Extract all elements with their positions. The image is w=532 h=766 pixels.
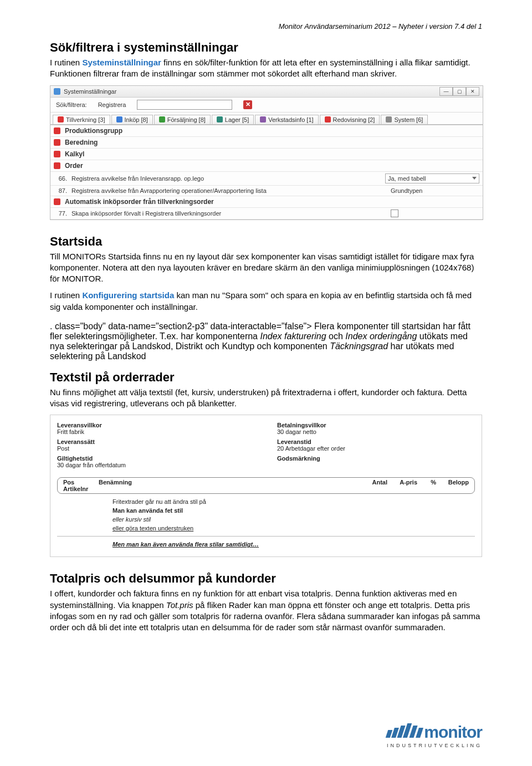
window-titlebar: Systeminställningar — ▢ ✕ bbox=[50, 86, 483, 98]
window-title: Systeminställningar bbox=[64, 88, 116, 95]
section2-title: Startsida bbox=[50, 234, 482, 249]
lbl-godsmarkning: Godsmärkning bbox=[277, 455, 475, 462]
group-beredning[interactable]: Beredning bbox=[50, 137, 483, 149]
link-systeminstallningar: Systeminställningar bbox=[82, 58, 161, 67]
group-produktionsgrupp[interactable]: Produktionsgrupp bbox=[50, 125, 483, 137]
toolbar-label-search: Sök/filtrera: bbox=[56, 101, 87, 108]
tabs-container: Tillverkning [3] Inköp [8] Försäljning [… bbox=[50, 113, 483, 125]
link-konfigurering-startsida: Konfigurering startsida bbox=[82, 290, 174, 300]
tab-redovisning[interactable]: Redovisning [2] bbox=[320, 115, 380, 124]
section3-title: Textstil på orderrader bbox=[50, 370, 482, 385]
setting-66-select[interactable]: Ja, med tabell bbox=[385, 173, 479, 183]
tab-verkstadsinfo[interactable]: Verkstadsinfo [1] bbox=[255, 115, 318, 124]
setting-row-77: 77. Skapa inköpsorder förvalt i Registre… bbox=[50, 208, 483, 219]
maximize-button[interactable]: ▢ bbox=[453, 87, 466, 96]
search-input[interactable] bbox=[137, 100, 232, 110]
textstyle-row-combined: Men man kan även använda flera stilar sa… bbox=[57, 540, 475, 549]
logo-stripes-icon bbox=[387, 723, 422, 738]
minimize-button[interactable]: — bbox=[439, 87, 453, 96]
setting-row-66: 66. Registrera avvikelse från Inleverans… bbox=[50, 172, 483, 186]
section2-p1: Till MONITORs Startsida finns nu en ny l… bbox=[50, 251, 482, 285]
val-leveranssatt: Post bbox=[57, 445, 255, 452]
chevron-down-icon bbox=[472, 177, 477, 180]
val-leveranstid: 20 Arbetdagar efter order bbox=[277, 445, 475, 452]
val-betalningsvillkor: 30 dagar netto bbox=[277, 428, 475, 435]
tab-forsaljning[interactable]: Försäljning [8] bbox=[154, 115, 211, 124]
textstyle-row-underline: eller göra texten understruken bbox=[57, 524, 475, 533]
clear-search-icon[interactable]: ✕ bbox=[243, 100, 252, 109]
section4-para: I offert, kundorder och faktura finns en… bbox=[50, 588, 482, 633]
section4-title: Totalpris och delsummor på kundorder bbox=[50, 571, 482, 586]
setting-row-87: 87. Registrera avvikelse från Avrapporte… bbox=[50, 186, 483, 196]
group-autoinkop[interactable]: Automatisk inköpsorder från tillverkning… bbox=[50, 196, 483, 208]
tab-system[interactable]: System [6] bbox=[381, 115, 428, 124]
val-giltighetstid: 30 dagar från offertdatum bbox=[57, 462, 255, 468]
lbl-giltighetstid: Giltighetstid bbox=[57, 455, 255, 462]
footer-logo: monitor INDUSTRIUTVECKLING bbox=[387, 723, 482, 748]
tab-lager[interactable]: Lager [5] bbox=[212, 115, 254, 124]
window-icon bbox=[54, 88, 60, 95]
tab-inkop[interactable]: Inköp [8] bbox=[111, 115, 153, 124]
section2-p2: I rutinen Konfigurering startsida kan ma… bbox=[50, 290, 482, 313]
textstyle-row-italic: eller kursiv stil bbox=[57, 515, 475, 524]
table-header: Pos Artikelnr Benämning Antal A-pris % B… bbox=[57, 477, 475, 494]
group-kalkyl[interactable]: Kalkyl bbox=[50, 149, 483, 160]
textstyle-row-bold: Man kan använda fet stil bbox=[57, 506, 475, 515]
group-order[interactable]: Order bbox=[50, 160, 483, 172]
tab-tillverkning[interactable]: Tillverkning [3] bbox=[53, 115, 110, 124]
screenshot-order-textstyles: Leveransvillkor Fritt fabrik Leveranssät… bbox=[50, 415, 482, 557]
close-button[interactable]: ✕ bbox=[466, 87, 479, 96]
setting-87-value: Grundtypen bbox=[387, 187, 479, 194]
section1-title: Sök/filtrera i systeminställningar bbox=[50, 40, 482, 55]
screenshot-systeminstallningar: Systeminställningar — ▢ ✕ Sök/filtrera: … bbox=[50, 85, 483, 220]
textstyle-row-normal: Fritextrader går nu att ändra stil på bbox=[57, 497, 475, 506]
logo-subtitle: INDUSTRIUTVECKLING bbox=[387, 743, 482, 748]
lbl-betalningsvillkor: Betalningsvillkor bbox=[277, 422, 475, 428]
document-header: Monitor Användarseminarium 2012 – Nyhete… bbox=[50, 22, 482, 30]
section3-para: Nu finns möjlighet att välja textstil (f… bbox=[50, 387, 482, 410]
lbl-leveransvillkor: Leveransvillkor bbox=[57, 422, 255, 428]
setting-77-checkbox[interactable] bbox=[391, 210, 398, 217]
lbl-leveranstid: Leveranstid bbox=[277, 438, 475, 445]
toolbar-label-register: Registrera bbox=[98, 101, 126, 108]
lbl-leveranssatt: Leveranssätt bbox=[57, 438, 255, 445]
logo-brand-text: monitor bbox=[424, 723, 482, 741]
section1-para: I rutinen Systeminställningar finns en s… bbox=[50, 57, 482, 80]
val-leveransvillkor: Fritt fabrik bbox=[57, 428, 255, 435]
